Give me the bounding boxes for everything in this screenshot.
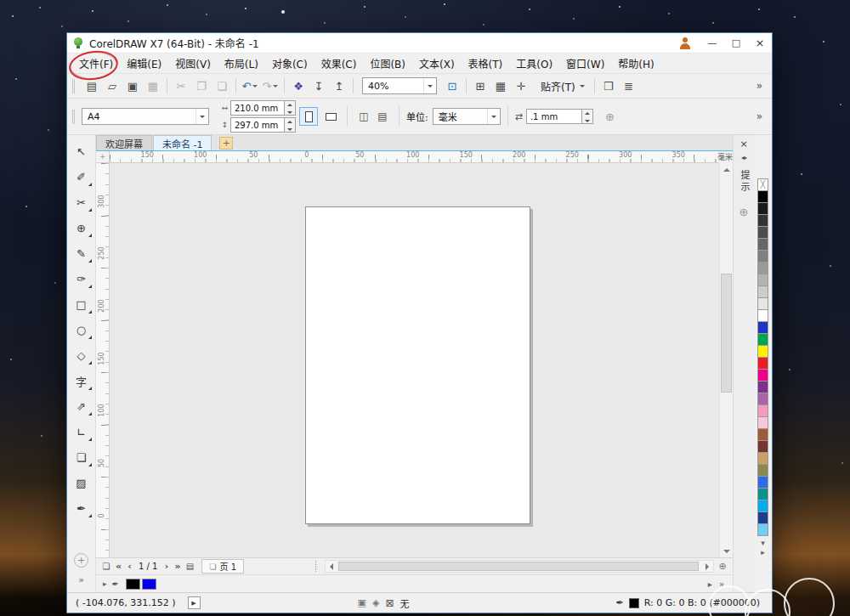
statusbar-flyout-button[interactable]: ▶ xyxy=(188,596,201,609)
polygon-tool[interactable]: ◇ xyxy=(71,344,93,366)
90-black[interactable] xyxy=(757,202,768,215)
tan[interactable] xyxy=(757,452,768,465)
toolbar-grip[interactable] xyxy=(72,79,77,93)
pink[interactable] xyxy=(757,404,768,417)
scroll-left-arrow[interactable] xyxy=(326,561,337,572)
maximize-button[interactable]: □ xyxy=(724,33,748,53)
10-black[interactable] xyxy=(757,297,768,310)
scroll-down-arrow[interactable] xyxy=(720,545,733,557)
red[interactable] xyxy=(757,357,768,370)
white[interactable] xyxy=(757,309,768,322)
color-eyedropper-tool[interactable]: ✒ xyxy=(71,497,93,519)
page-size-combobox[interactable]: A4 xyxy=(82,108,209,125)
previous-page-button[interactable]: ‹ xyxy=(124,561,135,572)
page-width-spinner[interactable] xyxy=(285,100,296,116)
cyan[interactable] xyxy=(757,500,768,512)
royal-blue[interactable] xyxy=(757,476,768,489)
document-tab[interactable]: 未命名 -1 xyxy=(153,135,212,150)
menu-item[interactable]: 对象(C) xyxy=(265,54,314,73)
menu-item[interactable]: 编辑(E) xyxy=(120,54,168,73)
palette-flyout-icon[interactable]: ▸ xyxy=(761,548,765,557)
scrollbar-splitter[interactable] xyxy=(315,561,320,572)
menu-item[interactable]: 窗口(W) xyxy=(559,54,611,73)
palette-scroll-down-icon[interactable]: ▾ xyxy=(761,539,765,547)
yellow[interactable] xyxy=(757,345,768,358)
zoom-tool[interactable]: ⊕ xyxy=(71,217,93,239)
rectangle-tool[interactable]: □ xyxy=(71,293,93,315)
close-button[interactable]: × xyxy=(748,33,772,53)
menu-item[interactable]: 帮助(H) xyxy=(611,54,660,73)
expand-icon[interactable]: ⊕ xyxy=(605,110,615,123)
black[interactable] xyxy=(126,579,140,590)
freehand-tool[interactable]: ✎ xyxy=(71,242,93,264)
page-height-spinner[interactable] xyxy=(285,117,296,133)
menu-item[interactable]: 位图(B) xyxy=(363,54,412,73)
copy-icon[interactable]: ❐ xyxy=(191,76,212,95)
user-account-icon[interactable] xyxy=(677,37,694,50)
property-bar-grip[interactable] xyxy=(72,110,77,124)
landscape-button[interactable] xyxy=(321,107,340,126)
ellipse-tool[interactable]: ○ xyxy=(71,319,93,341)
nudge-offset-input[interactable]: .1 mm xyxy=(526,109,582,124)
next-page-button[interactable]: › xyxy=(161,561,172,572)
menu-item[interactable]: 效果(C) xyxy=(314,54,364,73)
docker-expand-icon[interactable]: ⊕ xyxy=(740,206,749,218)
menu-item[interactable]: 文本(X) xyxy=(412,54,462,73)
menu-item[interactable]: 工具(O) xyxy=(509,54,559,73)
blue[interactable] xyxy=(142,579,156,590)
add-page-button[interactable]: ▤ xyxy=(183,562,196,571)
drop-shadow-tool[interactable]: ❏ xyxy=(71,446,93,468)
shape-tool[interactable]: ✐ xyxy=(71,166,93,188)
dropdown-arrow-icon[interactable] xyxy=(487,109,500,124)
cut-icon[interactable]: ✂ xyxy=(171,76,191,95)
sky-blue[interactable] xyxy=(757,523,768,536)
black[interactable] xyxy=(757,190,768,203)
docker-close-icon[interactable]: × xyxy=(740,138,747,150)
scroll-right-arrow[interactable] xyxy=(701,561,713,572)
olive[interactable] xyxy=(757,464,768,477)
document-tab[interactable]: 欢迎屏幕 xyxy=(96,135,152,150)
titlebar[interactable]: CorelDRAW X7 (64-Bit) - 未命名 -1 — □ × xyxy=(67,33,772,54)
nudge-spinner[interactable] xyxy=(582,109,593,124)
crop-tool[interactable]: ✂ xyxy=(71,191,93,213)
property-bar-overflow-chevron[interactable]: » xyxy=(751,110,768,122)
new-document-icon[interactable]: ▤ xyxy=(82,76,102,95)
navy[interactable] xyxy=(757,511,768,524)
teal[interactable] xyxy=(757,488,768,500)
show-guidelines-icon[interactable]: ✛ xyxy=(511,76,531,95)
page-width-input[interactable]: 210.0 mm xyxy=(230,100,285,116)
dark-brown[interactable] xyxy=(757,440,768,453)
horizontal-scrollbar[interactable] xyxy=(325,560,714,573)
paste-icon[interactable]: ❏ xyxy=(212,76,232,95)
drawing-canvas[interactable] xyxy=(110,163,719,557)
new-document-tab-button[interactable]: + xyxy=(219,137,233,150)
eyedropper-icon[interactable]: ✒ xyxy=(112,579,119,589)
vertical-scrollbar[interactable] xyxy=(719,163,733,557)
menu-item[interactable]: 视图(V) xyxy=(168,54,218,73)
units-combobox[interactable]: 毫米 xyxy=(433,108,501,125)
transparency-tool[interactable]: ▨ xyxy=(71,472,93,494)
toolbox-overflow-chevron[interactable]: » xyxy=(78,574,84,585)
document-navigator-icon[interactable]: ❏ xyxy=(99,562,113,571)
show-rulers-icon[interactable]: ⊞ xyxy=(470,76,490,95)
text-tool[interactable]: 字 xyxy=(71,370,93,392)
scroll-up-arrow[interactable] xyxy=(720,163,733,176)
minimize-button[interactable]: — xyxy=(700,33,724,53)
last-page-button[interactable]: » xyxy=(172,561,183,572)
60-black[interactable] xyxy=(757,238,768,251)
dropdown-arrow-icon[interactable] xyxy=(423,78,436,93)
ruler-origin-button[interactable]: + xyxy=(96,151,110,163)
pale-pink[interactable] xyxy=(757,416,768,429)
current-page-size-button[interactable]: ▤ xyxy=(373,107,392,126)
green[interactable] xyxy=(757,333,768,346)
artistic-media-tool[interactable]: ✑ xyxy=(71,268,93,290)
hints-docker-tab[interactable]: 提示 xyxy=(737,170,751,194)
document-palette-scroll-icon[interactable]: ▸ xyxy=(708,579,712,589)
violet[interactable] xyxy=(757,393,768,405)
open-icon[interactable]: ▱ xyxy=(102,76,122,95)
all-pages-same-size-button[interactable]: ◫ xyxy=(354,107,373,126)
menu-item[interactable]: 布局(L) xyxy=(218,54,265,73)
print-icon[interactable]: ▦ xyxy=(143,76,163,95)
zoom-fit-icon[interactable]: ⊕ xyxy=(716,561,729,572)
export-icon[interactable]: ↥ xyxy=(329,76,349,95)
